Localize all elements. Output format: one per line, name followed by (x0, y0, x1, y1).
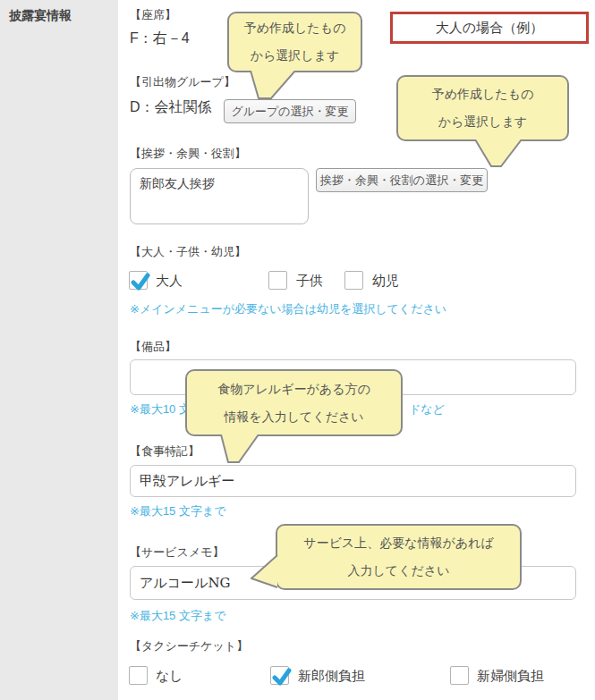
callout-greeting-line1: 予め作成したもの (432, 80, 534, 108)
callout-service-bubble: サービス上、必要な情報があれば 入力してください (276, 524, 522, 590)
checkbox-taxi-bride[interactable] (450, 666, 469, 685)
seat-label: 【座席】 (130, 7, 176, 23)
taxi-ticket-label: 【タクシーチケット】 (130, 638, 248, 654)
greeting-textarea[interactable]: 新郎友人挨拶 (130, 168, 309, 224)
check-icon (270, 665, 293, 688)
callout-allergy-bubble: 食物アレルギーがある方の 情報を入力してください (185, 369, 403, 436)
greeting-select-button[interactable]: 挨拶・余興・役割の選択・変更 (316, 168, 488, 192)
callout-greeting-line2: から選択します (438, 108, 528, 136)
gift-group-label: 【引出物グループ】 (130, 74, 235, 90)
checkbox-taxi-groom-label: 新郎側負担 (298, 668, 365, 685)
checkbox-infant-label: 幼児 (372, 273, 399, 290)
service-memo-label: 【サービスメモ】 (130, 544, 225, 561)
callout-seat-tail (250, 71, 296, 101)
service-memo-note: ※最大15 文字まで (130, 608, 226, 624)
section-sidebar: 披露宴情報 (0, 0, 118, 700)
example-case-box: 大人の場合（例） (390, 12, 589, 44)
callout-greeting-bubble: 予め作成したもの から選択します (396, 75, 569, 141)
callout-allergy-tail (220, 434, 259, 465)
check-icon (129, 270, 152, 293)
checkbox-adult[interactable] (129, 271, 148, 290)
gift-group-select-button[interactable]: グループの選択・変更 (224, 99, 356, 123)
callout-service-tail (251, 554, 278, 588)
seat-value: F：右－4 (130, 30, 190, 48)
checkbox-taxi-groom[interactable] (270, 666, 289, 685)
equipment-note-left: ※最大10 文 (130, 401, 191, 417)
checkbox-infant[interactable] (344, 271, 363, 290)
equipment-note-right: ドなど (409, 401, 445, 417)
gift-group-value: D：会社関係 (130, 98, 212, 117)
callout-seat-line2: から選択します (251, 42, 340, 70)
callout-allergy-line1: 食物アレルギーがある方の (217, 375, 370, 403)
age-group-note: ※メインメニューが必要ない場合は幼児を選択してください (130, 301, 446, 317)
greeting-label: 【挨拶・余興・役割】 (130, 146, 246, 162)
checkbox-child-label: 子供 (296, 273, 323, 290)
callout-seat-bubble: 予め作成したもの から選択します (227, 12, 362, 72)
meal-note-input[interactable] (130, 465, 576, 497)
callout-service-line2: 入力してください (348, 557, 450, 585)
callout-seat-line1: 予め作成したもの (244, 14, 346, 42)
callout-allergy-line2: 情報を入力してください (224, 403, 363, 431)
age-group-label: 【大人・子供・幼児】 (130, 244, 246, 260)
equipment-label: 【備品】 (130, 339, 176, 355)
checkbox-taxi-none-label: なし (156, 668, 183, 685)
callout-service-line1: サービス上、必要な情報があれば (303, 529, 494, 557)
checkbox-taxi-none[interactable] (129, 666, 148, 685)
checkbox-taxi-bride-label: 新婦側負担 (477, 668, 544, 685)
reception-info-form: 披露宴情報 【座席】 F：右－4 予め作成したもの から選択します 大人の場合（… (0, 0, 595, 700)
checkbox-adult-label: 大人 (156, 273, 183, 290)
meal-note-note: ※最大15 文字まで (130, 503, 226, 519)
checkbox-child[interactable] (268, 271, 287, 290)
callout-greeting-tail (474, 139, 523, 169)
section-title: 披露宴情報 (9, 8, 72, 24)
meal-note-label: 【食事特記】 (130, 443, 200, 460)
